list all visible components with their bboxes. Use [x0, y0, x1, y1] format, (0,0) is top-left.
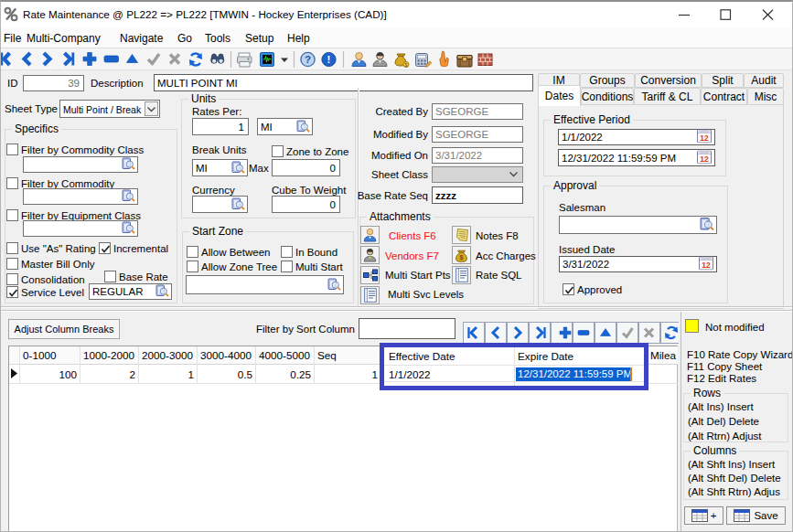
svg-text:$: $	[460, 254, 464, 261]
svg-text:$: $	[404, 62, 407, 68]
svg-text:!: !	[327, 54, 331, 65]
svg-text:12: 12	[702, 261, 711, 270]
svg-text:12: 12	[700, 154, 709, 164]
svg-text:12: 12	[700, 133, 709, 143]
svg-text:?: ?	[305, 54, 311, 65]
